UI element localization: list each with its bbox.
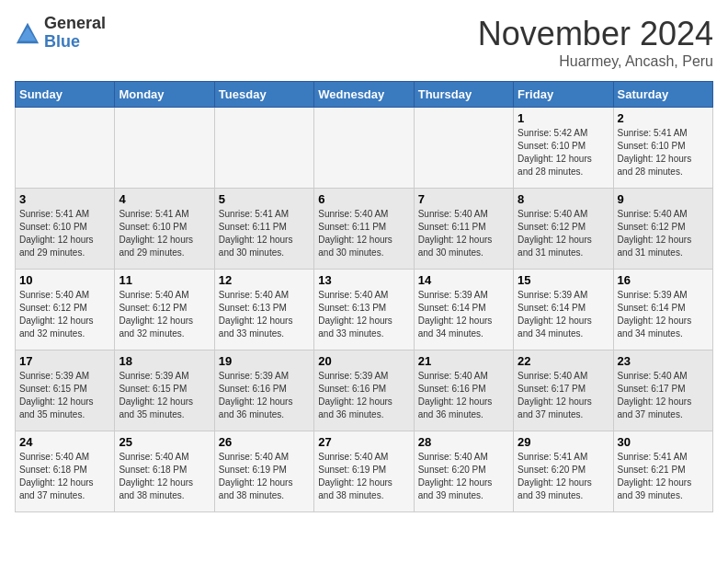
day-number: 22 bbox=[518, 354, 609, 368]
day-number: 14 bbox=[418, 273, 509, 287]
month-title: November 2024 bbox=[478, 15, 713, 53]
calendar-cell: 19Sunrise: 5:39 AM Sunset: 6:16 PM Dayli… bbox=[214, 350, 313, 431]
day-number: 20 bbox=[318, 354, 409, 368]
calendar-week-5: 24Sunrise: 5:40 AM Sunset: 6:18 PM Dayli… bbox=[16, 431, 713, 512]
day-info: Sunrise: 5:41 AM Sunset: 6:20 PM Dayligh… bbox=[518, 451, 609, 502]
day-number: 18 bbox=[119, 354, 210, 368]
day-info: Sunrise: 5:40 AM Sunset: 6:17 PM Dayligh… bbox=[518, 370, 609, 421]
day-info: Sunrise: 5:40 AM Sunset: 6:12 PM Dayligh… bbox=[119, 289, 210, 340]
day-info: Sunrise: 5:41 AM Sunset: 6:10 PM Dayligh… bbox=[119, 208, 210, 259]
day-info: Sunrise: 5:39 AM Sunset: 6:16 PM Dayligh… bbox=[318, 370, 409, 421]
calendar-cell: 7Sunrise: 5:40 AM Sunset: 6:11 PM Daylig… bbox=[414, 189, 513, 270]
day-info: Sunrise: 5:40 AM Sunset: 6:18 PM Dayligh… bbox=[19, 451, 110, 502]
logo-icon bbox=[15, 20, 40, 46]
day-number: 26 bbox=[219, 435, 310, 449]
day-number: 21 bbox=[418, 354, 509, 368]
calendar-cell: 28Sunrise: 5:40 AM Sunset: 6:20 PM Dayli… bbox=[414, 431, 513, 512]
calendar-table: SundayMondayTuesdayWednesdayThursdayFrid… bbox=[15, 81, 713, 512]
day-info: Sunrise: 5:40 AM Sunset: 6:17 PM Dayligh… bbox=[618, 370, 709, 421]
day-info: Sunrise: 5:40 AM Sunset: 6:11 PM Dayligh… bbox=[418, 208, 509, 259]
day-info: Sunrise: 5:40 AM Sunset: 6:12 PM Dayligh… bbox=[19, 289, 110, 340]
header-friday: Friday bbox=[514, 82, 613, 108]
calendar-cell: 10Sunrise: 5:40 AM Sunset: 6:12 PM Dayli… bbox=[16, 270, 115, 350]
day-info: Sunrise: 5:40 AM Sunset: 6:19 PM Dayligh… bbox=[219, 451, 310, 502]
day-number: 9 bbox=[618, 192, 709, 206]
calendar-header: SundayMondayTuesdayWednesdayThursdayFrid… bbox=[16, 82, 713, 108]
calendar-cell bbox=[314, 108, 414, 189]
calendar-cell: 24Sunrise: 5:40 AM Sunset: 6:18 PM Dayli… bbox=[16, 431, 115, 512]
day-info: Sunrise: 5:40 AM Sunset: 6:20 PM Dayligh… bbox=[418, 451, 509, 502]
calendar-cell: 23Sunrise: 5:40 AM Sunset: 6:17 PM Dayli… bbox=[613, 350, 712, 431]
page-header: General Blue November 2024 Huarmey, Anca… bbox=[15, 15, 713, 70]
calendar-cell: 25Sunrise: 5:40 AM Sunset: 6:18 PM Dayli… bbox=[115, 431, 214, 512]
day-number: 28 bbox=[418, 435, 509, 449]
calendar-cell: 11Sunrise: 5:40 AM Sunset: 6:12 PM Dayli… bbox=[115, 270, 214, 350]
header-tuesday: Tuesday bbox=[214, 82, 313, 108]
day-number: 4 bbox=[119, 192, 210, 206]
calendar-cell: 4Sunrise: 5:41 AM Sunset: 6:10 PM Daylig… bbox=[115, 189, 214, 270]
calendar-cell bbox=[16, 108, 115, 189]
day-info: Sunrise: 5:40 AM Sunset: 6:11 PM Dayligh… bbox=[318, 208, 409, 259]
calendar-cell: 26Sunrise: 5:40 AM Sunset: 6:19 PM Dayli… bbox=[214, 431, 313, 512]
day-info: Sunrise: 5:39 AM Sunset: 6:15 PM Dayligh… bbox=[19, 370, 110, 421]
calendar-cell: 30Sunrise: 5:41 AM Sunset: 6:21 PM Dayli… bbox=[613, 431, 712, 512]
day-number: 23 bbox=[618, 354, 709, 368]
calendar-cell: 5Sunrise: 5:41 AM Sunset: 6:11 PM Daylig… bbox=[214, 189, 313, 270]
logo-blue-text: Blue bbox=[44, 33, 106, 52]
day-info: Sunrise: 5:41 AM Sunset: 6:21 PM Dayligh… bbox=[618, 451, 709, 502]
logo-general-text: General bbox=[44, 15, 106, 33]
calendar-cell: 3Sunrise: 5:41 AM Sunset: 6:10 PM Daylig… bbox=[16, 189, 115, 270]
day-number: 29 bbox=[518, 435, 609, 449]
calendar-cell: 20Sunrise: 5:39 AM Sunset: 6:16 PM Dayli… bbox=[314, 350, 414, 431]
day-info: Sunrise: 5:40 AM Sunset: 6:12 PM Dayligh… bbox=[518, 208, 609, 259]
calendar-cell: 12Sunrise: 5:40 AM Sunset: 6:13 PM Dayli… bbox=[214, 270, 313, 350]
calendar-cell: 9Sunrise: 5:40 AM Sunset: 6:12 PM Daylig… bbox=[613, 189, 712, 270]
day-info: Sunrise: 5:42 AM Sunset: 6:10 PM Dayligh… bbox=[518, 127, 609, 178]
day-number: 2 bbox=[618, 111, 709, 125]
day-number: 10 bbox=[19, 273, 110, 287]
calendar-cell: 27Sunrise: 5:40 AM Sunset: 6:19 PM Dayli… bbox=[314, 431, 414, 512]
header-thursday: Thursday bbox=[414, 82, 513, 108]
calendar-cell: 1Sunrise: 5:42 AM Sunset: 6:10 PM Daylig… bbox=[514, 108, 613, 189]
calendar-cell bbox=[115, 108, 214, 189]
day-info: Sunrise: 5:39 AM Sunset: 6:14 PM Dayligh… bbox=[518, 289, 609, 340]
calendar-cell: 2Sunrise: 5:41 AM Sunset: 6:10 PM Daylig… bbox=[613, 108, 712, 189]
day-info: Sunrise: 5:40 AM Sunset: 6:18 PM Dayligh… bbox=[119, 451, 210, 502]
day-number: 3 bbox=[19, 192, 110, 206]
header-monday: Monday bbox=[115, 82, 214, 108]
calendar-week-4: 17Sunrise: 5:39 AM Sunset: 6:15 PM Dayli… bbox=[16, 350, 713, 431]
calendar-cell: 22Sunrise: 5:40 AM Sunset: 6:17 PM Dayli… bbox=[514, 350, 613, 431]
day-info: Sunrise: 5:40 AM Sunset: 6:12 PM Dayligh… bbox=[618, 208, 709, 259]
day-info: Sunrise: 5:39 AM Sunset: 6:15 PM Dayligh… bbox=[119, 370, 210, 421]
day-info: Sunrise: 5:41 AM Sunset: 6:11 PM Dayligh… bbox=[219, 208, 310, 259]
calendar-week-1: 1Sunrise: 5:42 AM Sunset: 6:10 PM Daylig… bbox=[16, 108, 713, 189]
day-info: Sunrise: 5:40 AM Sunset: 6:16 PM Dayligh… bbox=[418, 370, 509, 421]
day-number: 1 bbox=[518, 111, 609, 125]
day-info: Sunrise: 5:39 AM Sunset: 6:14 PM Dayligh… bbox=[618, 289, 709, 340]
day-number: 15 bbox=[518, 273, 609, 287]
calendar-cell: 21Sunrise: 5:40 AM Sunset: 6:16 PM Dayli… bbox=[414, 350, 513, 431]
day-info: Sunrise: 5:40 AM Sunset: 6:19 PM Dayligh… bbox=[318, 451, 409, 502]
day-info: Sunrise: 5:39 AM Sunset: 6:14 PM Dayligh… bbox=[418, 289, 509, 340]
calendar-cell: 29Sunrise: 5:41 AM Sunset: 6:20 PM Dayli… bbox=[514, 431, 613, 512]
calendar-cell: 15Sunrise: 5:39 AM Sunset: 6:14 PM Dayli… bbox=[514, 270, 613, 350]
calendar-cell: 13Sunrise: 5:40 AM Sunset: 6:13 PM Dayli… bbox=[314, 270, 414, 350]
day-number: 7 bbox=[418, 192, 509, 206]
calendar-cell: 16Sunrise: 5:39 AM Sunset: 6:14 PM Dayli… bbox=[613, 270, 712, 350]
header-saturday: Saturday bbox=[613, 82, 712, 108]
calendar-cell: 6Sunrise: 5:40 AM Sunset: 6:11 PM Daylig… bbox=[314, 189, 414, 270]
day-number: 16 bbox=[618, 273, 709, 287]
day-number: 5 bbox=[219, 192, 310, 206]
day-info: Sunrise: 5:41 AM Sunset: 6:10 PM Dayligh… bbox=[618, 127, 709, 178]
day-info: Sunrise: 5:41 AM Sunset: 6:10 PM Dayligh… bbox=[19, 208, 110, 259]
title-block: November 2024 Huarmey, Ancash, Peru bbox=[478, 15, 713, 70]
header-wednesday: Wednesday bbox=[314, 82, 414, 108]
day-number: 13 bbox=[318, 273, 409, 287]
calendar-cell: 17Sunrise: 5:39 AM Sunset: 6:15 PM Dayli… bbox=[16, 350, 115, 431]
day-number: 12 bbox=[219, 273, 310, 287]
day-info: Sunrise: 5:39 AM Sunset: 6:16 PM Dayligh… bbox=[219, 370, 310, 421]
calendar-cell bbox=[414, 108, 513, 189]
day-number: 25 bbox=[119, 435, 210, 449]
calendar-cell: 14Sunrise: 5:39 AM Sunset: 6:14 PM Dayli… bbox=[414, 270, 513, 350]
day-info: Sunrise: 5:40 AM Sunset: 6:13 PM Dayligh… bbox=[219, 289, 310, 340]
